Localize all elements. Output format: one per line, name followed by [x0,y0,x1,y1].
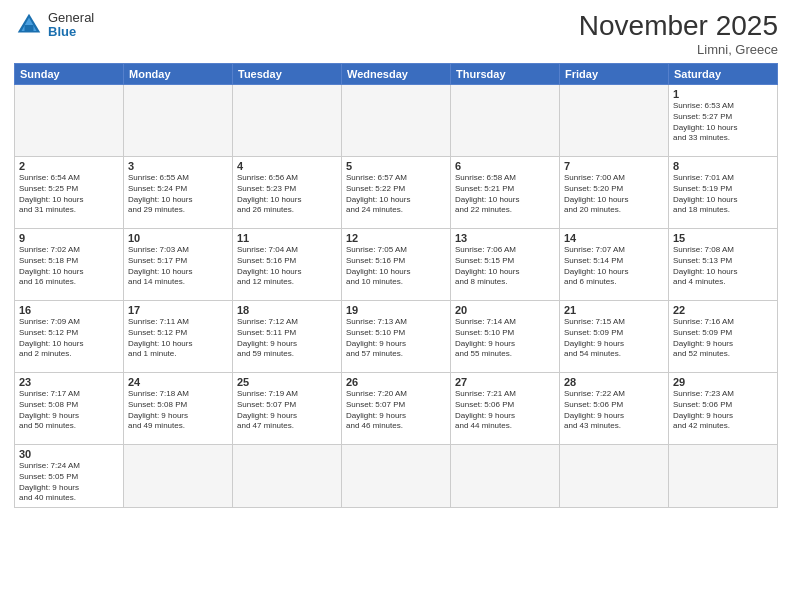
day-number: 10 [128,232,228,244]
day-number: 22 [673,304,773,316]
calendar-header-row: Sunday Monday Tuesday Wednesday Thursday… [15,64,778,85]
table-row: 6Sunrise: 6:58 AM Sunset: 5:21 PM Daylig… [451,157,560,229]
day-info: Sunrise: 7:01 AM Sunset: 5:19 PM Dayligh… [673,173,773,216]
day-info: Sunrise: 6:55 AM Sunset: 5:24 PM Dayligh… [128,173,228,216]
day-number: 20 [455,304,555,316]
day-info: Sunrise: 7:03 AM Sunset: 5:17 PM Dayligh… [128,245,228,288]
day-info: Sunrise: 6:58 AM Sunset: 5:21 PM Dayligh… [455,173,555,216]
day-number: 6 [455,160,555,172]
day-number: 3 [128,160,228,172]
day-info: Sunrise: 6:57 AM Sunset: 5:22 PM Dayligh… [346,173,446,216]
col-saturday: Saturday [669,64,778,85]
calendar-week-4: 23Sunrise: 7:17 AM Sunset: 5:08 PM Dayli… [15,373,778,445]
calendar-week-2: 9Sunrise: 7:02 AM Sunset: 5:18 PM Daylig… [15,229,778,301]
day-info: Sunrise: 7:19 AM Sunset: 5:07 PM Dayligh… [237,389,337,432]
day-info: Sunrise: 6:53 AM Sunset: 5:27 PM Dayligh… [673,101,773,144]
page: General Blue November 2025 Limni, Greece… [0,0,792,612]
day-number: 24 [128,376,228,388]
logo-icon [14,10,44,40]
day-info: Sunrise: 7:16 AM Sunset: 5:09 PM Dayligh… [673,317,773,360]
table-row: 5Sunrise: 6:57 AM Sunset: 5:22 PM Daylig… [342,157,451,229]
day-info: Sunrise: 6:54 AM Sunset: 5:25 PM Dayligh… [19,173,119,216]
table-row: 12Sunrise: 7:05 AM Sunset: 5:16 PM Dayli… [342,229,451,301]
day-info: Sunrise: 7:18 AM Sunset: 5:08 PM Dayligh… [128,389,228,432]
table-row: 13Sunrise: 7:06 AM Sunset: 5:15 PM Dayli… [451,229,560,301]
day-info: Sunrise: 7:05 AM Sunset: 5:16 PM Dayligh… [346,245,446,288]
table-row: 29Sunrise: 7:23 AM Sunset: 5:06 PM Dayli… [669,373,778,445]
table-row: 17Sunrise: 7:11 AM Sunset: 5:12 PM Dayli… [124,301,233,373]
day-number: 14 [564,232,664,244]
day-number: 1 [673,88,773,100]
table-row: 27Sunrise: 7:21 AM Sunset: 5:06 PM Dayli… [451,373,560,445]
col-friday: Friday [560,64,669,85]
calendar-week-3: 16Sunrise: 7:09 AM Sunset: 5:12 PM Dayli… [15,301,778,373]
table-row: 1Sunrise: 6:53 AM Sunset: 5:27 PM Daylig… [669,85,778,157]
table-row: 28Sunrise: 7:22 AM Sunset: 5:06 PM Dayli… [560,373,669,445]
day-info: Sunrise: 7:06 AM Sunset: 5:15 PM Dayligh… [455,245,555,288]
day-info: Sunrise: 7:00 AM Sunset: 5:20 PM Dayligh… [564,173,664,216]
day-number: 2 [19,160,119,172]
day-number: 30 [19,448,119,460]
table-row [451,85,560,157]
table-row: 19Sunrise: 7:13 AM Sunset: 5:10 PM Dayli… [342,301,451,373]
day-number: 19 [346,304,446,316]
day-number: 12 [346,232,446,244]
day-info: Sunrise: 7:09 AM Sunset: 5:12 PM Dayligh… [19,317,119,360]
table-row: 14Sunrise: 7:07 AM Sunset: 5:14 PM Dayli… [560,229,669,301]
day-number: 25 [237,376,337,388]
day-info: Sunrise: 7:02 AM Sunset: 5:18 PM Dayligh… [19,245,119,288]
table-row: 18Sunrise: 7:12 AM Sunset: 5:11 PM Dayli… [233,301,342,373]
day-info: Sunrise: 7:14 AM Sunset: 5:10 PM Dayligh… [455,317,555,360]
logo-blue: Blue [48,24,76,39]
calendar: Sunday Monday Tuesday Wednesday Thursday… [14,63,778,508]
header: General Blue November 2025 Limni, Greece [14,10,778,57]
table-row: 26Sunrise: 7:20 AM Sunset: 5:07 PM Dayli… [342,373,451,445]
calendar-week-1: 2Sunrise: 6:54 AM Sunset: 5:25 PM Daylig… [15,157,778,229]
table-row: 9Sunrise: 7:02 AM Sunset: 5:18 PM Daylig… [15,229,124,301]
day-number: 23 [19,376,119,388]
table-row [233,445,342,508]
day-number: 29 [673,376,773,388]
logo-general: General [48,10,94,25]
day-info: Sunrise: 7:22 AM Sunset: 5:06 PM Dayligh… [564,389,664,432]
table-row: 21Sunrise: 7:15 AM Sunset: 5:09 PM Dayli… [560,301,669,373]
day-info: Sunrise: 7:08 AM Sunset: 5:13 PM Dayligh… [673,245,773,288]
table-row [124,85,233,157]
day-info: Sunrise: 7:13 AM Sunset: 5:10 PM Dayligh… [346,317,446,360]
location: Limni, Greece [579,42,778,57]
day-number: 26 [346,376,446,388]
day-info: Sunrise: 7:21 AM Sunset: 5:06 PM Dayligh… [455,389,555,432]
table-row [124,445,233,508]
col-thursday: Thursday [451,64,560,85]
day-info: Sunrise: 7:23 AM Sunset: 5:06 PM Dayligh… [673,389,773,432]
day-info: Sunrise: 7:20 AM Sunset: 5:07 PM Dayligh… [346,389,446,432]
day-number: 8 [673,160,773,172]
day-number: 18 [237,304,337,316]
table-row [669,445,778,508]
table-row [560,85,669,157]
table-row: 11Sunrise: 7:04 AM Sunset: 5:16 PM Dayli… [233,229,342,301]
title-block: November 2025 Limni, Greece [579,10,778,57]
day-info: Sunrise: 7:15 AM Sunset: 5:09 PM Dayligh… [564,317,664,360]
table-row: 25Sunrise: 7:19 AM Sunset: 5:07 PM Dayli… [233,373,342,445]
day-number: 13 [455,232,555,244]
day-info: Sunrise: 7:12 AM Sunset: 5:11 PM Dayligh… [237,317,337,360]
table-row [342,445,451,508]
day-info: Sunrise: 7:17 AM Sunset: 5:08 PM Dayligh… [19,389,119,432]
table-row: 7Sunrise: 7:00 AM Sunset: 5:20 PM Daylig… [560,157,669,229]
month-title: November 2025 [579,10,778,42]
day-info: Sunrise: 7:24 AM Sunset: 5:05 PM Dayligh… [19,461,119,504]
col-tuesday: Tuesday [233,64,342,85]
table-row [233,85,342,157]
table-row [342,85,451,157]
day-number: 21 [564,304,664,316]
table-row: 16Sunrise: 7:09 AM Sunset: 5:12 PM Dayli… [15,301,124,373]
day-number: 16 [19,304,119,316]
logo-text: General Blue [48,11,94,40]
calendar-week-0: 1Sunrise: 6:53 AM Sunset: 5:27 PM Daylig… [15,85,778,157]
day-number: 5 [346,160,446,172]
table-row: 23Sunrise: 7:17 AM Sunset: 5:08 PM Dayli… [15,373,124,445]
table-row: 8Sunrise: 7:01 AM Sunset: 5:19 PM Daylig… [669,157,778,229]
table-row: 24Sunrise: 7:18 AM Sunset: 5:08 PM Dayli… [124,373,233,445]
table-row: 3Sunrise: 6:55 AM Sunset: 5:24 PM Daylig… [124,157,233,229]
